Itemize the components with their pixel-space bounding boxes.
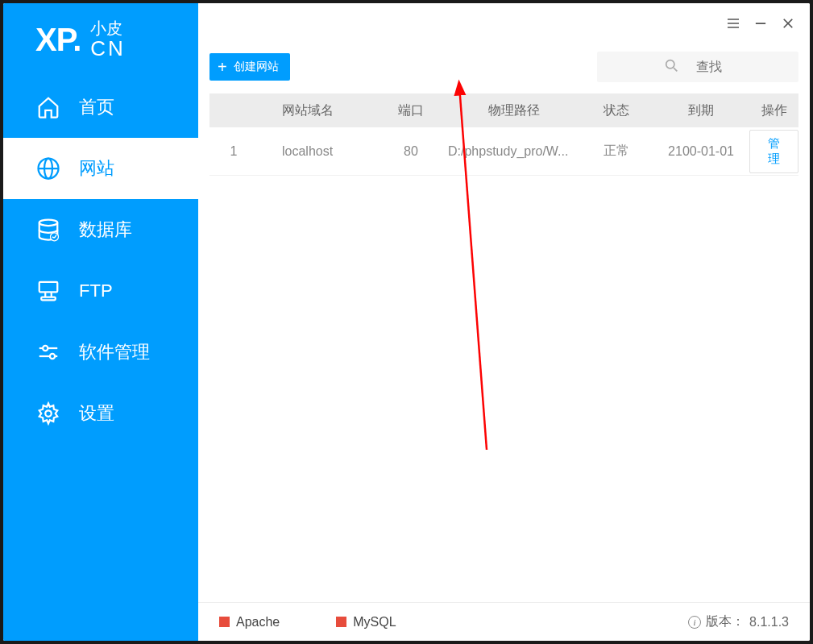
cell-status: 正常 xyxy=(580,143,653,160)
sidebar-item-label: FTP xyxy=(79,280,113,301)
col-header-expire: 到期 xyxy=(653,102,749,119)
cell-expire: 2100-01-01 xyxy=(653,144,749,159)
statusbar: Apache MySQL i 版本： 8.1.1.3 xyxy=(198,602,810,641)
logo-bottom-text: CN xyxy=(90,37,126,60)
svg-point-13 xyxy=(45,410,52,417)
cell-path: D:/phpstudy_pro/W... xyxy=(443,144,580,159)
table-row[interactable]: 1 localhost 80 D:/phpstudy_pro/W... 正常 2… xyxy=(209,127,798,176)
svg-point-20 xyxy=(666,60,674,68)
sidebar-item-ftp[interactable]: FTP xyxy=(3,260,198,322)
svg-point-11 xyxy=(43,345,48,350)
svg-point-12 xyxy=(50,353,55,358)
close-icon[interactable] xyxy=(781,16,795,31)
sidebar-item-label: 网站 xyxy=(79,156,114,181)
svg-point-3 xyxy=(39,219,58,226)
col-header-domain: 网站域名 xyxy=(258,102,379,119)
cell-domain: localhost xyxy=(258,144,379,159)
col-header-port: 端口 xyxy=(379,102,443,119)
version-value: 8.1.1.3 xyxy=(749,615,789,629)
ftp-icon xyxy=(35,278,61,304)
search-icon xyxy=(665,59,678,76)
sidebar-item-software[interactable]: 软件管理 xyxy=(3,322,198,383)
sliders-icon xyxy=(35,339,61,365)
titlebar xyxy=(198,3,810,44)
version-label: 版本： xyxy=(706,613,745,630)
globe-icon xyxy=(35,156,61,181)
app-window: XP. 小皮 CN 首页 网站 xyxy=(3,3,810,641)
status-indicator-icon xyxy=(219,617,230,627)
manage-button[interactable]: 管理 xyxy=(749,130,798,173)
service-mysql[interactable]: MySQL xyxy=(336,615,396,629)
sidebar-item-label: 软件管理 xyxy=(79,340,150,364)
version-info: i 版本： 8.1.1.3 xyxy=(688,613,789,630)
sidebar-item-home[interactable]: 首页 xyxy=(3,77,198,138)
minimize-icon[interactable] xyxy=(753,16,768,31)
gear-icon xyxy=(35,401,61,426)
svg-rect-5 xyxy=(39,281,58,292)
database-icon xyxy=(35,217,61,243)
create-button-label: 创建网站 xyxy=(234,60,279,74)
svg-line-21 xyxy=(674,68,677,71)
service-apache[interactable]: Apache xyxy=(219,615,280,629)
main-area: XP. 小皮 CN 首页 网站 xyxy=(3,3,810,641)
search-input[interactable] xyxy=(636,60,782,74)
table-header-row: 网站域名 端口 物理路径 状态 到期 操作 xyxy=(209,93,798,127)
sidebar: XP. 小皮 CN 首页 网站 xyxy=(3,3,198,641)
col-header-action: 操作 xyxy=(749,102,798,119)
toolbar: + 创建网站 xyxy=(198,44,810,93)
status-indicator-icon xyxy=(336,617,346,627)
cell-index: 1 xyxy=(209,144,258,159)
sidebar-item-label: 数据库 xyxy=(79,218,132,242)
col-header-status: 状态 xyxy=(580,102,653,119)
sidebar-item-label: 首页 xyxy=(79,95,114,119)
svg-point-4 xyxy=(51,232,59,240)
cell-action: 管理 xyxy=(749,130,798,173)
sidebar-item-label: 设置 xyxy=(79,401,114,426)
info-icon: i xyxy=(688,616,701,629)
search-box[interactable] xyxy=(597,52,798,82)
service-name: Apache xyxy=(236,615,280,629)
home-icon xyxy=(35,94,61,120)
plus-icon: + xyxy=(218,61,227,73)
sidebar-item-website[interactable]: 网站 xyxy=(3,138,198,199)
create-website-button[interactable]: + 创建网站 xyxy=(209,53,290,81)
menu-icon[interactable] xyxy=(726,16,740,31)
cell-port: 80 xyxy=(379,144,443,159)
logo: XP. 小皮 CN xyxy=(3,3,198,77)
svg-rect-8 xyxy=(41,297,56,300)
content-area: + 创建网站 网站域名 端口 物理路径 状态 到期 xyxy=(198,3,810,641)
website-table: 网站域名 端口 物理路径 状态 到期 操作 1 localhost 80 D:/… xyxy=(198,93,810,602)
col-header-path: 物理路径 xyxy=(443,102,580,119)
sidebar-item-database[interactable]: 数据库 xyxy=(3,199,198,260)
logo-top-text: 小皮 xyxy=(90,19,126,37)
status-services: Apache MySQL xyxy=(219,615,396,629)
service-name: MySQL xyxy=(353,615,396,629)
logo-main: XP. xyxy=(35,22,81,58)
sidebar-item-settings[interactable]: 设置 xyxy=(3,383,198,444)
